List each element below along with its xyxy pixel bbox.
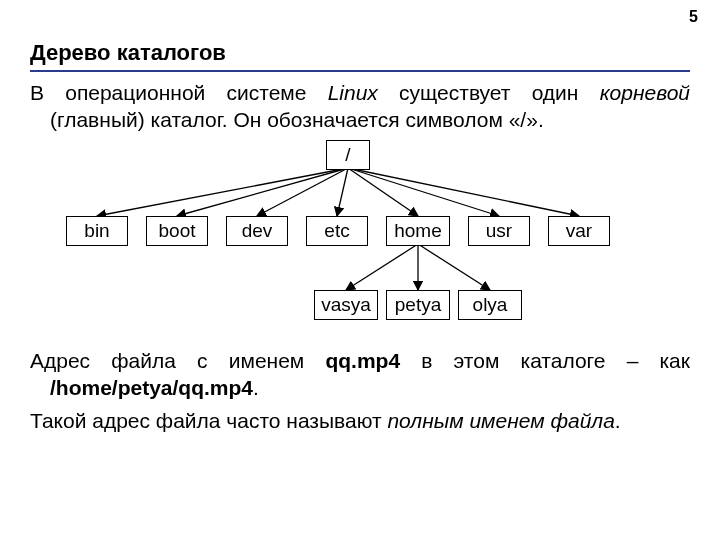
p1-text-c: существует один [378,81,600,104]
p2-text-a: Адрес файла с именем [30,349,325,372]
p1-linux: Linux [328,81,378,104]
p3-text-a: Такой адрес файла часто называют [30,409,387,432]
p1-text-e: (главный) каталог. Он обозначается симво… [50,108,544,131]
p2-text-e: . [253,376,259,399]
svg-line-5 [348,168,499,216]
node-vasya: vasya [314,290,378,320]
p1-text-a: В операционной системе [30,81,328,104]
node-petya: petya [386,290,450,320]
title-rule [30,70,690,72]
svg-line-9 [418,244,490,290]
node-dev: dev [226,216,288,246]
p1-root-dir: корневой [600,81,690,104]
p3-text-c: . [615,409,621,432]
body: В операционной системе Linux существует … [30,80,690,434]
p2-text-c: в этом каталоге – как [400,349,690,372]
node-bin: bin [66,216,128,246]
node-root: / [326,140,370,170]
p3-full-name: полным именем файла [387,409,614,432]
node-home: home [386,216,450,246]
node-olya: olya [458,290,522,320]
slide: 5 Дерево каталогов В операционной систем… [0,0,720,540]
node-usr: usr [468,216,530,246]
page-number: 5 [689,8,698,26]
svg-line-0 [97,168,348,216]
node-etc: etc [306,216,368,246]
slide-title: Дерево каталогов [30,40,690,66]
node-boot: boot [146,216,208,246]
paragraph-1: В операционной системе Linux существует … [30,80,690,134]
p2-filename: qq.mp4 [325,349,400,372]
p2-path: /home/petya/qq.mp4 [50,376,253,399]
svg-line-1 [177,168,348,216]
paragraph-3: Такой адрес файла часто называют полным … [30,408,690,435]
svg-line-7 [346,244,418,290]
node-var: var [548,216,610,246]
directory-tree: / bin boot dev etc home usr var vasya pe… [50,140,670,340]
paragraph-2: Адрес файла с именем qq.mp4 в этом катал… [30,348,690,402]
svg-line-2 [257,168,348,216]
svg-line-3 [337,168,348,216]
